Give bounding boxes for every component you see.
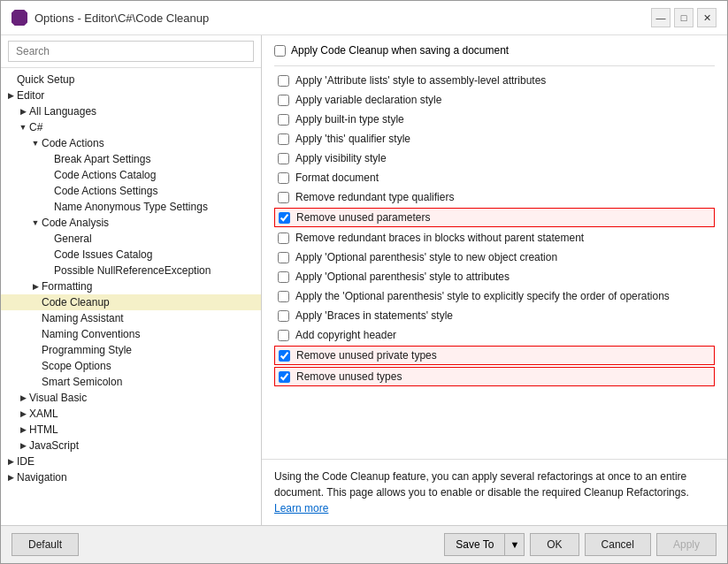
option-checkbox-opt12[interactable] — [278, 291, 289, 302]
option-item-opt1: Apply 'Attribute lists' style to assembl… — [274, 72, 715, 89]
search-box — [1, 35, 261, 68]
tree-item-csharp[interactable]: ▼ C# — [1, 119, 261, 135]
tree-item-break-apart-settings[interactable]: Break Apart Settings — [1, 151, 261, 167]
option-list: Apply 'Attribute lists' style to assembl… — [274, 72, 715, 386]
tree-item-name-anonymous[interactable]: Name Anonymous Type Settings — [1, 199, 261, 215]
cancel-button[interactable]: Cancel — [585, 533, 651, 556]
option-label-opt14: Add copyright header — [295, 329, 396, 341]
tree-arrow-icon: ▶ — [4, 473, 17, 482]
option-checkbox-opt16[interactable] — [279, 371, 290, 383]
option-label-opt8: Remove unused parameters — [296, 211, 430, 224]
option-label-opt16: Remove unused types — [296, 370, 402, 383]
title-controls: — □ ✕ — [651, 8, 717, 27]
option-checkbox-opt14[interactable] — [278, 330, 289, 341]
apply-button[interactable]: Apply — [656, 533, 717, 556]
tree-item-label: Formatting — [42, 280, 92, 293]
option-label-opt15: Remove unused private types — [296, 349, 437, 362]
tree-item-label: Visual Basic — [29, 392, 87, 404]
main-content: Quick Setup ▶ Editor ▶ All Languages ▼ C… — [1, 35, 727, 525]
option-checkbox-opt3[interactable] — [278, 114, 289, 126]
title-bar: Options - Editor\C#\Code Cleanup — □ ✕ — [1, 1, 727, 35]
window-title: Options - Editor\C#\Code Cleanup — [34, 11, 209, 25]
search-input[interactable] — [8, 41, 254, 62]
tree-item-navigation[interactable]: ▶ Navigation — [1, 469, 261, 485]
learn-more-link[interactable]: Learn more — [274, 502, 328, 514]
tree-item-label: Naming Conventions — [42, 328, 140, 340]
option-checkbox-opt2[interactable] — [278, 95, 289, 106]
tree-item-all-languages[interactable]: ▶ All Languages — [1, 103, 261, 119]
option-checkbox-opt6[interactable] — [278, 172, 289, 184]
tree-item-label: HTML — [29, 423, 58, 436]
option-label-opt5: Apply visibility style — [295, 152, 387, 164]
tree-item-javascript[interactable]: ▶ JavaScript — [1, 438, 261, 453]
tree-item-label: Naming Assistant — [42, 312, 124, 324]
option-label-opt6: Format document — [295, 171, 379, 184]
option-item-opt13: Apply 'Braces in statements' style — [274, 307, 715, 324]
tree-item-naming-conventions[interactable]: Naming Conventions — [1, 326, 261, 342]
option-item-opt11: Apply 'Optional parenthesis' style to at… — [274, 268, 715, 286]
save-to-dropdown-button[interactable]: ▼ — [504, 533, 525, 556]
tree-arrow-icon: ▶ — [17, 409, 29, 418]
option-checkbox-opt1[interactable] — [278, 75, 289, 87]
option-checkbox-opt7[interactable] — [278, 192, 289, 203]
top-option-checkbox[interactable] — [274, 45, 286, 57]
option-checkbox-opt13[interactable] — [278, 310, 289, 322]
tree-item-general[interactable]: General — [1, 231, 261, 247]
tree-item-html[interactable]: ▶ HTML — [1, 422, 261, 438]
option-checkbox-opt11[interactable] — [278, 271, 289, 283]
tree-item-code-issues-catalog[interactable]: Code Issues Catalog — [1, 247, 261, 263]
option-item-opt7: Remove redundant type qualifiers — [274, 188, 715, 206]
tree-item-code-actions-settings[interactable]: Code Actions Settings — [1, 183, 261, 199]
top-option-label: Apply Code Cleanup when saving a documen… — [291, 44, 509, 57]
close-button[interactable]: ✕ — [697, 8, 717, 27]
tree-item-naming-assistant[interactable]: Naming Assistant — [1, 310, 261, 326]
maximize-button[interactable]: □ — [674, 8, 694, 27]
tree-arrow-icon: ▶ — [4, 91, 17, 100]
tree-item-editor[interactable]: ▶ Editor — [1, 88, 261, 103]
title-bar-left: Options - Editor\C#\Code Cleanup — [11, 10, 209, 26]
bottom-left: Default — [11, 533, 79, 556]
tree-item-visual-basic[interactable]: ▶ Visual Basic — [1, 390, 261, 406]
option-checkbox-opt15[interactable] — [279, 350, 290, 362]
tree-item-quick-setup[interactable]: Quick Setup — [1, 72, 261, 88]
tree-item-formatting[interactable]: ▶ Formatting — [1, 278, 261, 294]
tree-item-ide[interactable]: ▶ IDE — [1, 453, 261, 469]
tree-item-label: Break Apart Settings — [54, 153, 150, 165]
tree-item-possible-null[interactable]: Possible NullReferenceException — [1, 263, 261, 278]
tree-item-label: Editor — [17, 89, 44, 102]
option-checkbox-opt5[interactable] — [278, 153, 289, 164]
tree-item-label: Code Issues Catalog — [54, 248, 152, 261]
option-checkbox-opt4[interactable] — [278, 133, 289, 145]
tree-item-code-analysis[interactable]: ▼ Code Analysis — [1, 215, 261, 231]
option-item-opt6: Format document — [274, 169, 715, 187]
tree-item-code-actions-catalog[interactable]: Code Actions Catalog — [1, 167, 261, 183]
tree-item-code-actions[interactable]: ▼ Code Actions — [1, 135, 261, 151]
tree-arrow-icon: ▶ — [17, 393, 29, 402]
tree-item-code-cleanup[interactable]: Code Cleanup — [1, 294, 261, 310]
option-checkbox-opt10[interactable] — [278, 252, 289, 263]
tree-item-label: Code Actions — [42, 137, 104, 149]
minimize-button[interactable]: — — [651, 8, 671, 27]
option-label-opt4: Apply 'this' qualifier style — [295, 133, 410, 145]
option-item-opt14: Add copyright header — [274, 326, 715, 344]
tree-item-label: Code Cleanup — [42, 296, 110, 309]
option-label-opt13: Apply 'Braces in statements' style — [295, 309, 453, 322]
tree-item-smart-semicolon[interactable]: Smart Semicolon — [1, 374, 261, 390]
option-label-opt9: Remove redundant braces in blocks withou… — [295, 232, 584, 244]
option-checkbox-opt9[interactable] — [278, 232, 289, 244]
ok-button[interactable]: OK — [530, 533, 579, 556]
tree-item-xaml[interactable]: ▶ XAML — [1, 406, 261, 422]
tree-item-label: JavaScript — [29, 439, 79, 452]
option-item-opt2: Apply variable declaration style — [274, 91, 715, 109]
tree-item-label: Smart Semicolon — [42, 376, 122, 388]
tree-arrow-icon: ▶ — [29, 282, 42, 291]
save-to-button[interactable]: Save To — [444, 533, 504, 556]
default-button[interactable]: Default — [11, 533, 79, 556]
tree-item-programming-style[interactable]: Programming Style — [1, 342, 261, 358]
tree-item-label: General — [54, 232, 92, 245]
options-window: Options - Editor\C#\Code Cleanup — □ ✕ Q… — [0, 0, 728, 564]
option-checkbox-opt8[interactable] — [279, 212, 290, 224]
tree-item-scope-options[interactable]: Scope Options — [1, 358, 261, 374]
bottom-right: Save To ▼ OK Cancel Apply — [444, 533, 717, 556]
tree-item-label: IDE — [17, 455, 34, 468]
